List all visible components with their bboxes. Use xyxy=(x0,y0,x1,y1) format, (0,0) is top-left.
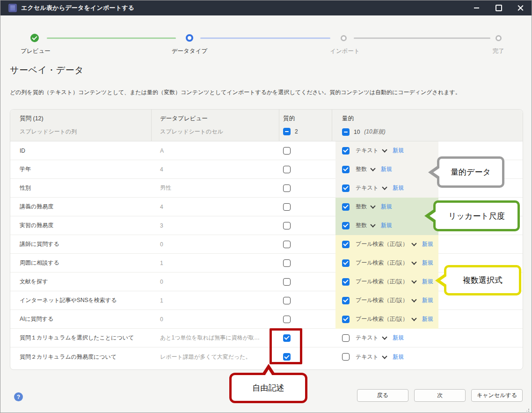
question-cell: AIに質問する xyxy=(10,315,152,323)
question-cell: 周囲に相談する xyxy=(10,259,152,267)
new-variable-link[interactable]: 新規 xyxy=(422,296,433,304)
qualitative-checkbox[interactable] xyxy=(283,166,291,173)
preview-cell: 1 xyxy=(152,297,279,304)
new-variable-link[interactable]: 新規 xyxy=(393,147,404,155)
quantitative-checkbox[interactable] xyxy=(342,334,350,342)
step-preview-done-icon xyxy=(30,34,39,42)
type-label: 整数 xyxy=(356,165,367,173)
question-cell: 文献を探す xyxy=(10,278,152,286)
new-variable-link[interactable]: 新規 xyxy=(422,315,433,323)
type-dropdown[interactable]: 整数 xyxy=(356,165,375,173)
type-label: ブール検索（正/誤） xyxy=(356,315,408,323)
quantitative-select-all-checkbox[interactable] xyxy=(342,128,350,136)
minimize-icon xyxy=(474,7,479,8)
quantitative-band: ブール検索（正/誤）新規 xyxy=(335,291,438,310)
new-variable-link[interactable]: 新規 xyxy=(422,278,433,286)
preview-cell: 0 xyxy=(152,316,279,323)
type-dropdown[interactable]: ブール検索（正/誤） xyxy=(356,315,416,323)
type-dropdown[interactable]: 整数 xyxy=(356,221,375,229)
chevron-down-icon xyxy=(411,278,416,283)
question-cell: 講師に質問する xyxy=(10,240,152,248)
import-wizard-window: { "window": { "title": "エクセル表からデータをインポート… xyxy=(0,0,532,413)
window-title: エクセル表からデータをインポートする xyxy=(21,4,134,12)
qualitative-checkbox[interactable] xyxy=(283,259,291,267)
new-variable-link[interactable]: 新規 xyxy=(422,259,433,267)
qualitative-checkbox[interactable] xyxy=(283,147,291,155)
resize-grip[interactable] xyxy=(528,409,529,410)
quantitative-checkbox[interactable] xyxy=(342,259,350,267)
chevron-down-icon xyxy=(411,316,416,321)
type-dropdown[interactable]: テキスト xyxy=(356,184,386,192)
type-dropdown[interactable]: ブール検索（正/誤） xyxy=(356,296,416,304)
quantitative-count: 10 xyxy=(354,129,360,135)
callout-label: リッカート尺度 xyxy=(448,211,505,221)
type-label: ブール検索（正/誤） xyxy=(356,296,408,304)
qualitative-checkbox[interactable] xyxy=(283,184,291,192)
question-column-header: 質問 (12) xyxy=(20,115,151,123)
table-row: AIに質問する0ブール検索（正/誤）新規 xyxy=(10,310,523,329)
new-variable-link[interactable]: 新規 xyxy=(393,334,404,342)
callout-free-text: 自由記述 xyxy=(229,373,307,403)
type-dropdown[interactable]: テキスト xyxy=(356,147,386,155)
type-dropdown[interactable]: ブール検索（正/誤） xyxy=(356,259,416,267)
new-variable-link[interactable]: 新規 xyxy=(381,165,392,173)
preview-cell: 4 xyxy=(152,166,279,173)
minimize-button[interactable] xyxy=(466,0,488,15)
maximize-button[interactable] xyxy=(488,0,510,15)
qualitative-count: 2 xyxy=(295,128,298,135)
type-dropdown[interactable]: テキスト xyxy=(356,353,386,361)
quantitative-checkbox[interactable] xyxy=(342,353,350,361)
step-label-finish: 完了 xyxy=(493,47,504,55)
check-icon xyxy=(343,166,348,171)
qualitative-checkbox[interactable] xyxy=(283,241,291,248)
quantitative-checkbox[interactable] xyxy=(342,278,350,286)
quantitative-checkbox[interactable] xyxy=(342,222,350,229)
qualitative-cell xyxy=(279,147,332,155)
type-dropdown[interactable]: ブール検索（正/誤） xyxy=(356,278,416,286)
step-connector-current xyxy=(200,37,330,39)
check-icon xyxy=(343,316,348,321)
callout-label: 自由記述 xyxy=(253,383,284,393)
check-icon xyxy=(343,147,348,152)
chevron-down-icon xyxy=(382,147,387,152)
quantitative-checkbox[interactable] xyxy=(342,147,350,155)
quantitative-checkbox[interactable] xyxy=(342,241,350,248)
quantitative-checkbox[interactable] xyxy=(342,203,350,211)
quantitative-band: 整数新規 xyxy=(335,160,438,179)
maximize-icon xyxy=(496,5,502,11)
quantitative-cell: テキスト新規 xyxy=(332,329,523,347)
new-variable-link[interactable]: 新規 xyxy=(393,184,404,192)
qualitative-checkbox[interactable] xyxy=(283,203,291,211)
preview-cell: 0 xyxy=(152,241,279,248)
preview-cell: 3 xyxy=(152,222,279,229)
qualitative-cell xyxy=(279,316,332,323)
quantitative-cell: ブール検索（正/誤）新規 xyxy=(332,310,523,329)
new-variable-link[interactable]: 新規 xyxy=(381,203,392,211)
next-button[interactable]: 次 xyxy=(414,389,466,402)
qualitative-checkbox[interactable] xyxy=(283,278,291,286)
new-variable-link[interactable]: 新規 xyxy=(393,353,404,361)
quantitative-checkbox[interactable] xyxy=(342,297,350,304)
type-label: 整数 xyxy=(356,221,367,229)
type-dropdown[interactable]: テキスト xyxy=(356,334,386,342)
back-button[interactable]: 戻る xyxy=(357,389,408,402)
type-dropdown[interactable]: 整数 xyxy=(356,203,375,211)
chevron-down-icon xyxy=(370,166,375,171)
qualitative-checkbox[interactable] xyxy=(283,297,291,304)
qualitative-select-all-checkbox[interactable] xyxy=(283,128,291,135)
table-row: 講師に質問する0ブール検索（正/誤）新規 xyxy=(10,235,523,254)
qualitative-checkbox[interactable] xyxy=(283,222,291,229)
type-label: テキスト xyxy=(356,184,379,192)
quantitative-checkbox[interactable] xyxy=(342,316,350,323)
check-icon xyxy=(343,203,348,208)
quantitative-checkbox[interactable] xyxy=(342,184,350,192)
help-button[interactable]: ? xyxy=(14,392,23,401)
new-variable-link[interactable]: 新規 xyxy=(422,240,433,248)
type-dropdown[interactable]: ブール検索（正/誤） xyxy=(356,240,416,248)
quantitative-cell: テキスト新規 xyxy=(332,347,523,366)
qualitative-checkbox[interactable] xyxy=(283,316,291,323)
close-button[interactable] xyxy=(510,0,532,15)
cancel-button[interactable]: キャンセルする xyxy=(471,389,523,402)
new-variable-link[interactable]: 新規 xyxy=(381,221,392,229)
quantitative-checkbox[interactable] xyxy=(342,166,350,173)
